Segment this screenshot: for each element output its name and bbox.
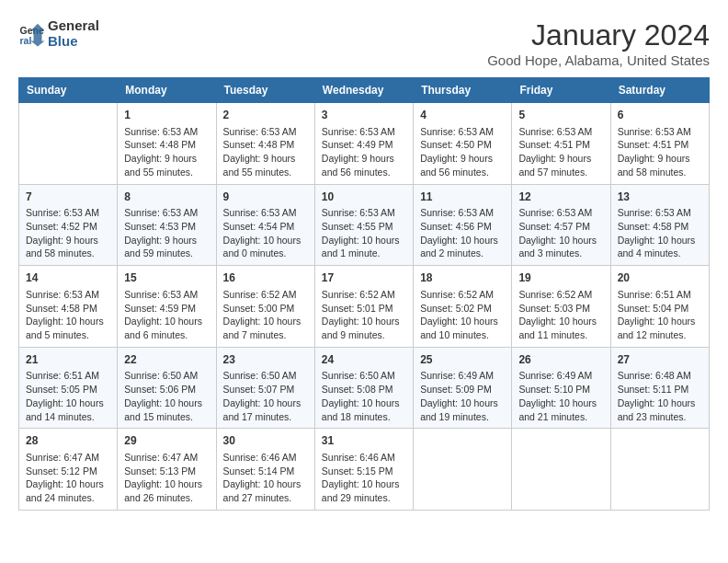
day-info-line: Sunrise: 6:53 AM xyxy=(322,125,406,139)
day-info-line: Daylight: 10 hours xyxy=(618,396,702,410)
day-info-line: Sunrise: 6:52 AM xyxy=(420,288,505,302)
day-info-line: Sunrise: 6:53 AM xyxy=(618,125,702,139)
day-info-line: Sunset: 5:06 PM xyxy=(124,383,209,396)
calendar-day-cell: 4Sunrise: 6:53 AMSunset: 4:50 PMDaylight… xyxy=(414,103,512,185)
day-info-line: Sunrise: 6:46 AM xyxy=(223,451,308,465)
day-info-line: Sunrise: 6:53 AM xyxy=(223,206,308,220)
day-info-line: and 58 minutes. xyxy=(26,247,110,260)
day-info-line: Sunset: 4:49 PM xyxy=(322,138,406,152)
day-number: 3 xyxy=(322,108,406,123)
day-info-line: Sunset: 4:48 PM xyxy=(223,138,308,152)
calendar-day-cell: 26Sunrise: 6:49 AMSunset: 5:10 PMDayligh… xyxy=(512,347,610,429)
day-info-line: Daylight: 10 hours xyxy=(618,315,702,328)
calendar-day-cell: 31Sunrise: 6:46 AMSunset: 5:15 PMDayligh… xyxy=(314,429,413,511)
day-number: 31 xyxy=(322,433,406,449)
weekday-header-cell: Friday xyxy=(512,78,610,103)
day-number: 1 xyxy=(124,108,209,123)
day-info-line: Sunrise: 6:53 AM xyxy=(124,206,209,220)
day-info-line: Sunrise: 6:51 AM xyxy=(26,369,110,383)
day-info-line: Sunset: 5:04 PM xyxy=(618,302,702,316)
calendar-day-cell: 3Sunrise: 6:53 AMSunset: 4:49 PMDaylight… xyxy=(314,103,413,185)
day-info-line: Sunset: 5:02 PM xyxy=(420,302,505,316)
day-number: 25 xyxy=(420,352,505,368)
calendar-day-cell xyxy=(512,429,610,511)
calendar-day-cell: 21Sunrise: 6:51 AMSunset: 5:05 PMDayligh… xyxy=(19,347,118,429)
day-info-line: and 10 minutes. xyxy=(420,328,505,342)
day-info-line: Sunrise: 6:53 AM xyxy=(26,288,110,302)
day-number: 29 xyxy=(124,433,209,449)
day-info-line: and 59 minutes. xyxy=(124,247,209,260)
day-info-line: and 19 minutes. xyxy=(420,410,505,424)
day-info-line: Sunrise: 6:52 AM xyxy=(518,288,603,302)
day-number: 4 xyxy=(420,108,505,123)
day-info-line: Sunrise: 6:47 AM xyxy=(26,451,110,465)
day-info-line: Sunrise: 6:50 AM xyxy=(223,369,308,383)
day-info-line: Daylight: 10 hours xyxy=(518,396,603,410)
day-info-line: and 56 minutes. xyxy=(322,166,406,179)
calendar-day-cell: 12Sunrise: 6:53 AMSunset: 4:57 PMDayligh… xyxy=(512,184,610,266)
day-info-line: Sunrise: 6:47 AM xyxy=(124,451,209,465)
calendar-day-cell: 20Sunrise: 6:51 AMSunset: 5:04 PMDayligh… xyxy=(610,266,709,348)
day-info-line: Sunset: 5:11 PM xyxy=(618,383,702,396)
day-info-line: Sunrise: 6:53 AM xyxy=(518,206,603,220)
calendar-day-cell: 15Sunrise: 6:53 AMSunset: 4:59 PMDayligh… xyxy=(118,266,216,348)
day-info-line: Sunrise: 6:53 AM xyxy=(124,125,209,139)
day-info-line: Sunrise: 6:49 AM xyxy=(518,369,603,383)
calendar-table: SundayMondayTuesdayWednesdayThursdayFrid… xyxy=(18,77,710,511)
app-logo: Gene ral General Blue xyxy=(18,18,99,49)
day-info-line: Sunrise: 6:48 AM xyxy=(618,369,702,383)
day-info-line: and 21 minutes. xyxy=(518,410,603,424)
day-info-line: Sunrise: 6:49 AM xyxy=(420,369,505,383)
calendar-week-row: 14Sunrise: 6:53 AMSunset: 4:58 PMDayligh… xyxy=(19,266,710,348)
calendar-day-cell: 23Sunrise: 6:50 AMSunset: 5:07 PMDayligh… xyxy=(216,347,314,429)
weekday-header-cell: Sunday xyxy=(19,78,118,103)
day-info-line: Sunset: 4:53 PM xyxy=(124,220,209,234)
day-info-line: Daylight: 9 hours xyxy=(124,234,209,247)
day-info-line: and 17 minutes. xyxy=(223,410,308,424)
calendar-day-cell: 13Sunrise: 6:53 AMSunset: 4:58 PMDayligh… xyxy=(610,184,709,266)
calendar-day-cell: 9Sunrise: 6:53 AMSunset: 4:54 PMDaylight… xyxy=(216,184,314,266)
day-info-line: Sunset: 4:55 PM xyxy=(322,220,406,234)
calendar-day-cell: 7Sunrise: 6:53 AMSunset: 4:52 PMDaylight… xyxy=(19,184,118,266)
day-info-line: Daylight: 9 hours xyxy=(518,152,603,166)
day-info-line: Daylight: 10 hours xyxy=(420,234,505,247)
calendar-day-cell: 10Sunrise: 6:53 AMSunset: 4:55 PMDayligh… xyxy=(314,184,413,266)
day-info-line: Daylight: 9 hours xyxy=(26,234,110,247)
day-info-line: Sunset: 5:05 PM xyxy=(26,383,110,396)
calendar-week-row: 21Sunrise: 6:51 AMSunset: 5:05 PMDayligh… xyxy=(19,347,710,429)
day-info-line: Sunrise: 6:50 AM xyxy=(322,369,406,383)
day-number: 9 xyxy=(223,190,308,205)
title-block: January 2024 Good Hope, Alabama, United … xyxy=(487,18,710,68)
day-info-line: and 11 minutes. xyxy=(518,328,603,342)
day-info-line: Sunset: 4:48 PM xyxy=(124,138,209,152)
svg-text:ral: ral xyxy=(20,34,32,45)
day-info-line: Sunrise: 6:52 AM xyxy=(223,288,308,302)
day-info-line: Daylight: 10 hours xyxy=(518,234,603,247)
calendar-day-cell: 2Sunrise: 6:53 AMSunset: 4:48 PMDaylight… xyxy=(216,103,314,185)
logo-blue: Blue xyxy=(48,34,99,50)
day-info-line: Sunrise: 6:51 AM xyxy=(618,288,702,302)
day-info-line: Sunset: 4:58 PM xyxy=(26,302,110,316)
day-info-line: Sunset: 5:14 PM xyxy=(223,465,308,478)
day-number: 12 xyxy=(518,190,603,205)
day-info-line: Sunrise: 6:46 AM xyxy=(322,451,406,465)
calendar-day-cell: 27Sunrise: 6:48 AMSunset: 5:11 PMDayligh… xyxy=(610,347,709,429)
day-info-line: and 3 minutes. xyxy=(518,247,603,260)
day-info-line: and 15 minutes. xyxy=(124,410,209,424)
day-info-line: Sunrise: 6:53 AM xyxy=(322,206,406,220)
day-info-line: Daylight: 10 hours xyxy=(322,234,406,247)
day-number: 13 xyxy=(618,190,702,205)
day-info-line: Daylight: 10 hours xyxy=(223,396,308,410)
day-info-line: Sunset: 4:59 PM xyxy=(124,302,209,316)
day-info-line: Sunset: 4:58 PM xyxy=(618,220,702,234)
day-info-line: Daylight: 10 hours xyxy=(322,315,406,328)
calendar-day-cell: 29Sunrise: 6:47 AMSunset: 5:13 PMDayligh… xyxy=(118,429,216,511)
day-info-line: and 18 minutes. xyxy=(322,410,406,424)
day-info-line: and 24 minutes. xyxy=(26,491,110,505)
calendar-day-cell: 1Sunrise: 6:53 AMSunset: 4:48 PMDaylight… xyxy=(118,103,216,185)
day-info-line: and 2 minutes. xyxy=(420,247,505,260)
day-info-line: and 4 minutes. xyxy=(618,247,702,260)
calendar-day-cell: 22Sunrise: 6:50 AMSunset: 5:06 PMDayligh… xyxy=(118,347,216,429)
calendar-subtitle: Good Hope, Alabama, United States xyxy=(487,52,710,68)
weekday-header-cell: Wednesday xyxy=(314,78,413,103)
